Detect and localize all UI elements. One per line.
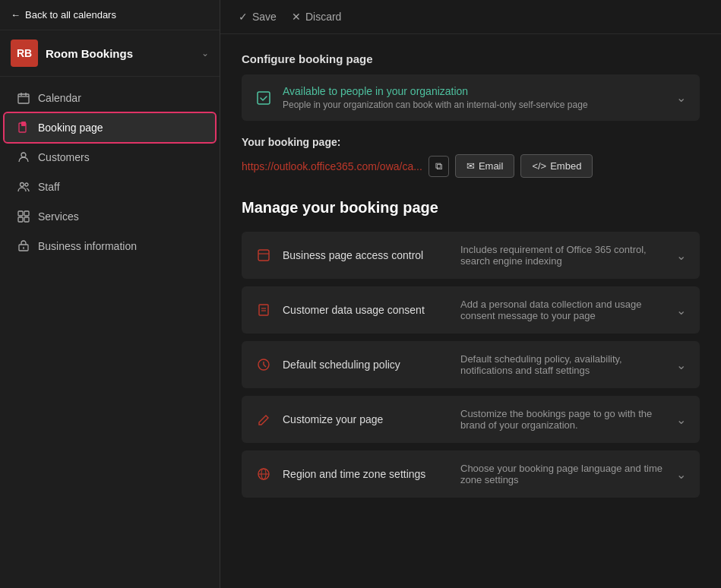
customers-icon [17,150,30,164]
availability-icon [255,90,272,106]
svg-rect-11 [18,217,23,222]
embed-icon: </> [532,160,546,172]
data-consent-icon [255,303,272,317]
back-label: Back to all calendars [25,9,116,21]
embed-label: Embed [550,160,581,172]
manage-item-desc: Choose your booking page language and ti… [460,463,666,485]
sidebar-item-label: Business information [38,240,137,252]
config-chevron-icon: ⌄ [676,90,686,105]
sidebar-item-label: Booking page [38,122,103,134]
manage-item-scheduling-policy[interactable]: Default scheduling policy Default schedu… [242,341,700,388]
config-card[interactable]: Available to people in your organization… [242,74,700,121]
embed-button[interactable]: </> Embed [520,154,593,178]
copy-icon: ⧉ [435,160,442,172]
sidebar-item-business-information[interactable]: Business information [5,232,215,261]
sidebar-item-label: Calendar [38,92,81,104]
svg-point-6 [21,153,26,157]
config-secondary: People in your organization can book wit… [283,100,666,110]
svg-point-8 [25,183,28,186]
svg-point-7 [21,183,24,187]
chevron-icon: ⌄ [676,358,686,372]
save-label: Save [252,11,277,23]
top-bar: ✓ Save ✕ Discard [220,0,721,34]
globe-icon [255,467,272,481]
sidebar-item-label: Services [38,210,79,223]
access-control-icon [255,248,272,262]
sidebar: ← Back to all calendars RB Room Bookings… [0,0,220,588]
chevron-icon: ⌄ [676,248,686,263]
svg-rect-9 [18,211,23,216]
svg-rect-0 [18,94,29,103]
config-primary: Available to people in your organization [283,85,666,97]
x-icon: ✕ [292,11,301,23]
app-header: RB Room Bookings ⌄ [0,30,220,77]
email-label: Email [479,160,504,172]
booking-url-link[interactable]: https://outlook.office365.com/owa/ca... [242,160,422,172]
manage-item-name: Customize your page [283,413,450,425]
svg-rect-15 [258,92,270,104]
nav-list: Calendar Booking page Customers [0,77,220,267]
sidebar-item-customers[interactable]: Customers [5,143,215,172]
business-icon [17,239,30,253]
back-arrow-icon: ← [11,9,21,21]
save-action[interactable]: ✓ Save [239,11,277,23]
svg-rect-18 [259,305,268,315]
chevron-icon: ⌄ [676,467,686,482]
manage-item-customize-page[interactable]: Customize your page Customize the bookin… [242,396,700,443]
manage-item-desc: Default scheduling policy, availability,… [460,353,666,376]
calendar-icon [17,91,30,105]
avatar: RB [11,40,38,67]
content-area: Configure booking page Available to peop… [220,34,721,588]
copy-url-button[interactable]: ⧉ [428,156,449,177]
manage-list: Business page access control Includes re… [242,232,700,498]
svg-rect-5 [21,122,26,126]
back-link[interactable]: ← Back to all calendars [0,0,220,30]
manage-item-data-consent[interactable]: Customer data usage consent Add a person… [242,286,700,334]
config-text: Available to people in your organization… [283,85,666,110]
manage-item-access-control[interactable]: Business page access control Includes re… [242,232,700,279]
manage-item-desc: Includes requirement of Office 365 contr… [460,244,666,267]
email-icon: ✉ [466,160,475,172]
manage-section-title: Manage your booking page [242,199,700,217]
chevron-icon: ⌄ [676,303,686,318]
booking-url-section: Your booking page: https://outlook.offic… [242,136,700,178]
services-icon [17,210,30,223]
sidebar-item-services[interactable]: Services [5,202,215,231]
sidebar-item-label: Customers [38,151,90,163]
staff-icon [17,180,30,194]
url-row: https://outlook.office365.com/owa/ca... … [242,154,700,178]
chevron-icon: ⌄ [676,413,686,427]
configure-section-title: Configure booking page [242,52,700,65]
email-button[interactable]: ✉ Email [455,154,515,178]
scheduling-icon [255,358,272,371]
discard-action[interactable]: ✕ Discard [292,11,341,23]
checkmark-icon: ✓ [239,11,248,23]
manage-item-name: Business page access control [283,249,450,261]
app-name: Room Bookings [46,47,133,60]
manage-item-desc: Add a personal data collection and usage… [460,299,666,321]
sidebar-item-booking-page[interactable]: Booking page [5,113,215,142]
booking-url-label: Your booking page: [242,136,700,148]
svg-rect-16 [258,250,269,261]
svg-rect-12 [24,217,29,222]
sidebar-item-calendar[interactable]: Calendar [5,84,215,112]
manage-item-name: Default scheduling policy [283,359,450,371]
manage-item-region-timezone[interactable]: Region and time zone settings Choose you… [242,450,700,498]
main-content: ✓ Save ✕ Discard Configure booking page … [220,0,721,588]
sidebar-item-label: Staff [38,181,60,193]
svg-rect-10 [24,211,29,216]
booking-page-icon [17,121,30,134]
sidebar-item-staff[interactable]: Staff [5,172,215,201]
manage-item-name: Region and time zone settings [283,468,450,480]
discard-label: Discard [305,11,341,23]
manage-item-desc: Customize the bookings page to go with t… [460,408,666,431]
chevron-down-icon: ⌄ [201,48,209,58]
manage-item-name: Customer data usage consent [283,304,450,316]
svg-line-23 [264,365,266,367]
customize-icon [255,413,272,426]
